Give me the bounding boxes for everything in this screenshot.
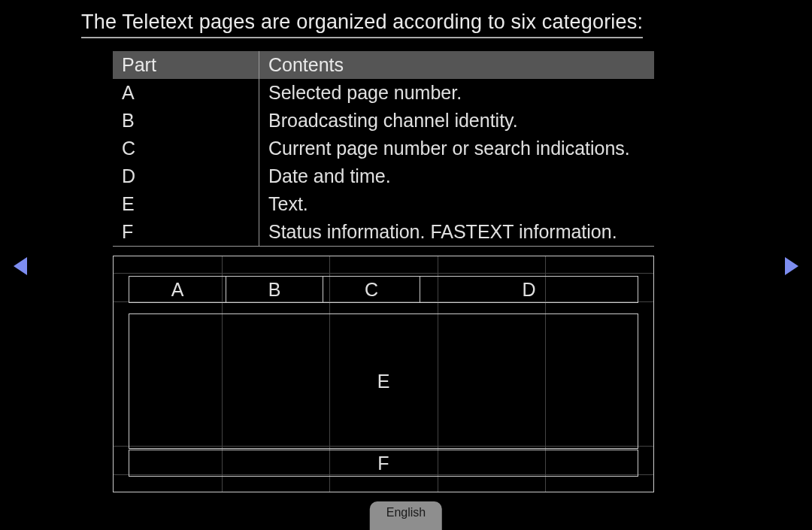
- cell-part: D: [113, 162, 259, 190]
- table-row: E Text.: [113, 190, 654, 218]
- cell-contents: Current page number or search indication…: [259, 135, 655, 162]
- cell-part: E: [113, 190, 259, 218]
- cell-part: C: [113, 135, 259, 162]
- cell-part: F: [113, 218, 259, 247]
- cell-contents: Status information. FASTEXT information.: [259, 218, 655, 247]
- cell-part: A: [113, 79, 259, 107]
- table-row: C Current page number or search indicati…: [113, 135, 654, 162]
- cell-contents: Date and time.: [259, 162, 655, 190]
- diagram-header-row: A B C D: [129, 276, 638, 303]
- table-row: F Status information. FASTEXT informatio…: [113, 218, 654, 247]
- header-part: Part: [113, 51, 259, 79]
- diagram-cell-f: F: [129, 450, 638, 477]
- diagram-cell-c: C: [323, 276, 420, 303]
- language-button[interactable]: English: [370, 501, 442, 530]
- table-row: D Date and time.: [113, 162, 654, 190]
- categories-table: Part Contents A Selected page number. B …: [113, 51, 654, 247]
- cell-contents: Selected page number.: [259, 79, 655, 107]
- cell-contents: Broadcasting channel identity.: [259, 107, 655, 135]
- diagram-cell-e: E: [129, 313, 638, 449]
- table-row: B Broadcasting channel identity.: [113, 107, 654, 135]
- header-contents: Contents: [259, 51, 655, 79]
- cell-contents: Text.: [259, 190, 655, 218]
- teletext-layout-diagram: A B C D E F: [113, 256, 654, 492]
- prev-page-arrow-icon[interactable]: [14, 257, 27, 275]
- diagram-cell-b: B: [226, 276, 323, 303]
- table-row: A Selected page number.: [113, 79, 654, 107]
- diagram-cell-a: A: [129, 276, 226, 303]
- cell-part: B: [113, 107, 259, 135]
- page-title: The Teletext pages are organized accordi…: [81, 11, 643, 38]
- diagram-cell-d: D: [420, 276, 638, 303]
- next-page-arrow-icon[interactable]: [785, 257, 798, 275]
- page: The Teletext pages are organized accordi…: [0, 0, 812, 530]
